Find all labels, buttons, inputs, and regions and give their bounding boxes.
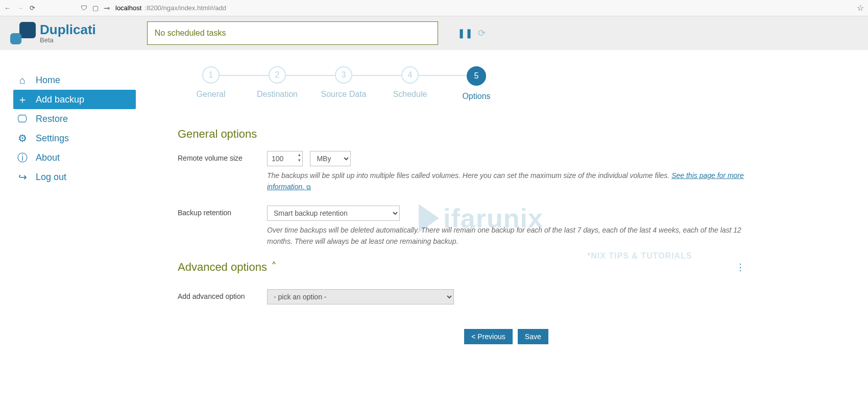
home-icon: ⌂	[16, 74, 29, 86]
step-general[interactable]: 1 General	[178, 66, 244, 99]
url-path: :8200/ngax/index.html#/add	[144, 4, 226, 12]
retention-help: Over time backups will be deleted automa…	[267, 225, 745, 247]
page-icon: ▢	[92, 4, 99, 12]
sidebar-item-label: About	[36, 152, 60, 163]
sidebar: ⌂ Home ＋ Add backup 🖵 Restore ⚙ Settings…	[0, 50, 153, 365]
restore-icon: 🖵	[16, 113, 29, 125]
sidebar-item-restore[interactable]: 🖵 Restore	[13, 109, 153, 129]
plus-icon: ＋	[16, 93, 29, 107]
section-title-advanced[interactable]: Advanced options ˄	[178, 261, 277, 274]
retention-select[interactable]: Smart backup retention	[267, 206, 400, 221]
section-title-general: General options	[178, 128, 745, 141]
add-advanced-label: Add advanced option	[178, 289, 267, 304]
volume-size-help: The backups will be split up into multip…	[267, 170, 745, 192]
step-source-data[interactable]: 3 Source Data	[310, 66, 377, 99]
sidebar-item-label: Home	[36, 75, 60, 86]
back-icon[interactable]: ←	[4, 4, 11, 12]
browser-toolbar: ← → ⟳ 🛡 ▢ ⊸ localhost:8200/ngax/index.ht…	[0, 0, 868, 16]
advanced-menu-kebab-icon[interactable]: ⋮	[736, 262, 745, 273]
sidebar-item-add-backup[interactable]: ＋ Add backup	[13, 90, 136, 109]
url-host: localhost	[115, 4, 141, 12]
volume-size-label: Remote volume size	[178, 151, 267, 166]
watermark-subtitle: *NIX TIPS & TUTORIALS	[587, 251, 692, 261]
wizard-stepper: 1 General 2 Destination 3 Source Data 4 …	[178, 66, 745, 101]
logout-icon: ↪	[16, 171, 29, 183]
save-button[interactable]: Save	[518, 329, 548, 344]
reload-icon[interactable]: ⟳	[30, 4, 35, 12]
step-schedule[interactable]: 4 Schedule	[377, 66, 443, 99]
wizard-buttons: < Previous Save	[267, 329, 745, 344]
retention-label: Backup retention	[178, 206, 267, 221]
status-message: No scheduled tasks	[147, 21, 438, 45]
add-advanced-select[interactable]: - pick an option -	[267, 289, 454, 304]
previous-button[interactable]: < Previous	[464, 329, 513, 344]
sidebar-item-logout[interactable]: ↪ Log out	[13, 167, 153, 187]
gear-icon: ⚙	[16, 132, 29, 144]
address-bar[interactable]: localhost:8200/ngax/index.html#/add	[115, 4, 852, 12]
pause-icon[interactable]: ❚❚	[457, 28, 473, 39]
step-destination[interactable]: 2 Destination	[244, 66, 310, 99]
shield-icon[interactable]: 🛡	[81, 4, 87, 12]
sidebar-item-settings[interactable]: ⚙ Settings	[13, 129, 153, 148]
app-tag: Beta	[40, 37, 96, 44]
throttle-icon[interactable]: ⟳	[478, 28, 486, 39]
sidebar-item-label: Settings	[36, 133, 69, 144]
bookmark-star-icon[interactable]: ☆	[857, 3, 864, 13]
sidebar-item-label: Log out	[36, 172, 66, 183]
forward-icon[interactable]: →	[17, 4, 23, 12]
key-icon[interactable]: ⊸	[104, 4, 110, 13]
app-logo[interactable]: Duplicati Beta	[10, 22, 96, 44]
chevron-up-icon: ˄	[271, 261, 277, 274]
external-link-icon: ⧉	[306, 184, 311, 191]
sidebar-item-label: Restore	[36, 114, 68, 124]
spinner-icon[interactable]: ▴▾	[298, 152, 301, 163]
sidebar-item-about[interactable]: ⓘ About	[13, 148, 153, 167]
app-name: Duplicati	[40, 23, 96, 37]
step-options[interactable]: 5 Options	[443, 66, 510, 101]
volume-size-unit-select[interactable]: MByte	[310, 151, 351, 166]
sidebar-item-home[interactable]: ⌂ Home	[13, 70, 153, 90]
app-header: Duplicati Beta No scheduled tasks ❚❚ ⟳	[0, 16, 868, 50]
sidebar-item-label: Add backup	[36, 94, 84, 105]
logo-icon	[10, 22, 36, 44]
volume-size-input[interactable]	[267, 151, 303, 166]
info-icon: ⓘ	[16, 151, 29, 165]
